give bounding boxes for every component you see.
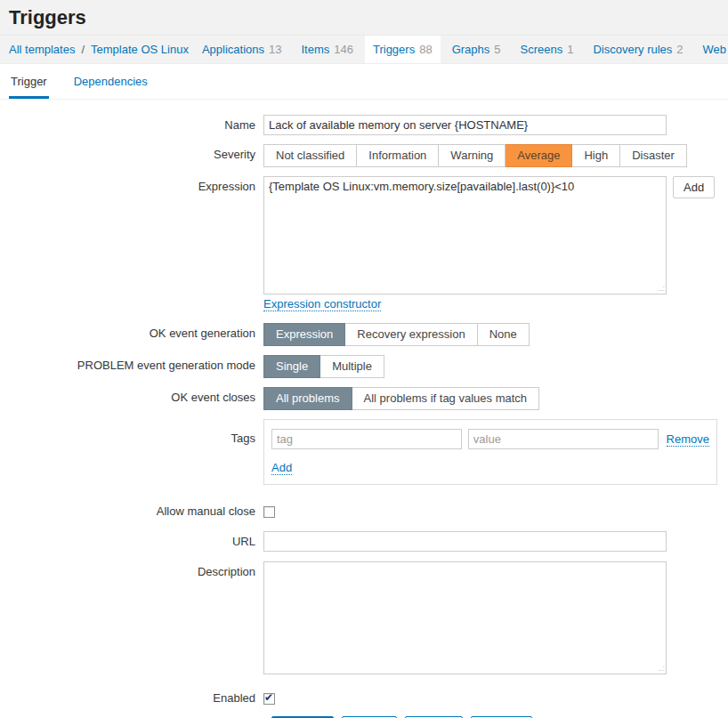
breadcrumb-separator: / — [81, 43, 85, 56]
tag-add-link[interactable]: Add — [271, 461, 292, 475]
ok-event-closes-label: OK event closes — [0, 387, 263, 404]
nav-item-triggers-count: 88 — [419, 43, 432, 56]
nav-item-triggers-label[interactable]: Triggers — [373, 43, 415, 56]
nav-item-items-label[interactable]: Items — [301, 43, 329, 56]
description-label: Description — [0, 561, 263, 578]
ok-event-generation-segmented-control: Expression Recovery expression None — [263, 323, 530, 346]
tag-name-input[interactable] — [271, 429, 462, 449]
nav-item-screens-label[interactable]: Screens — [521, 43, 563, 56]
severity-option-high[interactable]: High — [572, 144, 620, 167]
problem-event-mode-label: PROBLEM event generation mode — [0, 355, 263, 372]
trigger-form: Name Severity Not classified Information… — [0, 100, 728, 718]
ok-event-generation-label: OK event generation — [0, 323, 263, 340]
nav-item-items[interactable]: Items 146 — [293, 36, 361, 63]
ok-event-generation-option-expression[interactable]: Expression — [263, 323, 345, 346]
ok-event-closes-option-all-problems[interactable]: All problems — [263, 387, 352, 410]
nav-item-screens-count: 1 — [567, 43, 573, 56]
enabled-checkbox[interactable] — [263, 693, 275, 705]
severity-option-information[interactable]: Information — [357, 144, 439, 167]
tag-row: Remove — [271, 429, 709, 449]
tab-trigger[interactable]: Trigger — [9, 64, 49, 99]
allow-manual-close-label: Allow manual close — [0, 503, 263, 518]
tags-box: Remove Add — [263, 419, 717, 485]
nav-item-applications[interactable]: Applications 13 — [194, 36, 290, 63]
nav-item-graphs[interactable]: Graphs 5 — [444, 36, 509, 63]
severity-segmented-control: Not classified Information Warning Avera… — [263, 144, 687, 167]
description-textarea[interactable] — [263, 561, 667, 674]
url-input[interactable] — [263, 531, 667, 552]
page-title: Triggers — [9, 6, 719, 29]
expression-textarea[interactable]: {Template OS Linux:vm.memory.size[pavail… — [263, 176, 667, 294]
breadcrumb-link-all-templates[interactable]: All templates — [9, 43, 75, 56]
nav-item-applications-label[interactable]: Applications — [202, 43, 264, 56]
ok-event-generation-option-recovery-expression[interactable]: Recovery expression — [345, 323, 477, 346]
breadcrumb: All templates / Template OS Linux — [7, 36, 190, 63]
tag-value-input[interactable] — [468, 429, 659, 449]
expression-constructor-link[interactable]: Expression constructor — [263, 297, 381, 311]
tab-strip: Trigger Dependencies — [0, 64, 728, 100]
nav-item-discovery-rules-count: 2 — [676, 43, 683, 56]
expression-add-button[interactable]: Add — [673, 176, 715, 198]
enabled-label: Enabled — [0, 690, 263, 705]
nav-item-screens[interactable]: Screens 1 — [513, 36, 582, 63]
url-label: URL — [0, 531, 263, 548]
nav-item-graphs-label[interactable]: Graphs — [452, 43, 490, 56]
severity-label: Severity — [0, 144, 263, 161]
ok-event-generation-option-none[interactable]: None — [478, 323, 530, 346]
nav-item-graphs-count: 5 — [494, 43, 500, 56]
name-input[interactable] — [263, 115, 667, 135]
name-label: Name — [0, 115, 263, 132]
nav-item-triggers[interactable]: Triggers 88 — [365, 36, 441, 63]
problem-event-mode-option-multiple[interactable]: Multiple — [320, 355, 384, 378]
allow-manual-close-checkbox[interactable] — [263, 506, 275, 518]
nav-item-items-count: 146 — [334, 43, 353, 56]
problem-event-mode-option-single[interactable]: Single — [263, 355, 320, 378]
severity-option-warning[interactable]: Warning — [439, 144, 506, 167]
severity-option-not-classified[interactable]: Not classified — [263, 144, 357, 167]
ok-event-closes-segmented-control: All problems All problems if tag values … — [263, 387, 539, 410]
nav-item-web-scenarios[interactable]: Web scenarios — [695, 36, 728, 63]
nav-item-applications-count: 13 — [269, 43, 281, 56]
severity-option-average[interactable]: Average — [506, 144, 572, 167]
tab-dependencies[interactable]: Dependencies — [72, 64, 150, 99]
nav-item-discovery-rules-label[interactable]: Discovery rules — [593, 43, 672, 56]
breadcrumb-nav: All templates / Template OS Linux Applic… — [0, 36, 728, 64]
breadcrumb-link-template-os-linux[interactable]: Template OS Linux — [91, 43, 189, 56]
tags-label: Tags — [0, 419, 263, 445]
nav-item-web-scenarios-label[interactable]: Web scenarios — [703, 43, 728, 56]
ok-event-closes-option-tag-match[interactable]: All problems if tag values match — [352, 387, 540, 410]
page-header: Triggers — [0, 0, 728, 36]
expression-label: Expression — [0, 176, 263, 193]
nav-item-discovery-rules[interactable]: Discovery rules 2 — [585, 36, 691, 63]
problem-event-mode-segmented-control: Single Multiple — [263, 355, 384, 378]
severity-option-disaster[interactable]: Disaster — [620, 144, 687, 167]
tag-remove-link[interactable]: Remove — [667, 432, 709, 447]
